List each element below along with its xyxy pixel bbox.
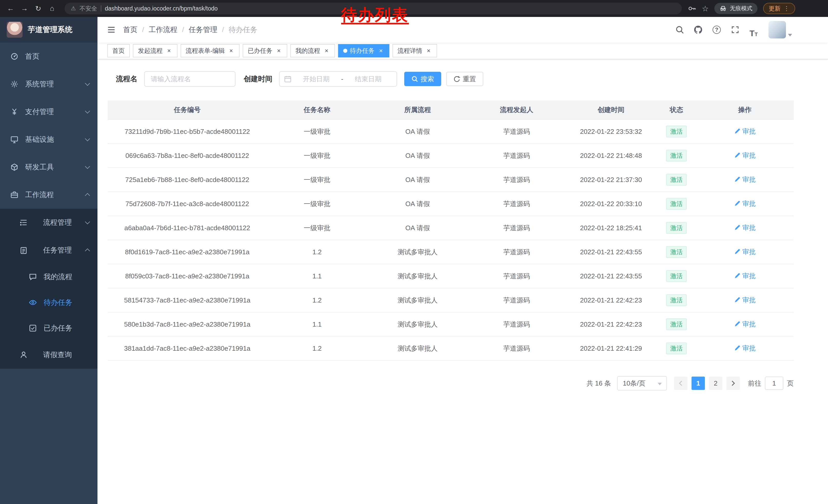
- breadcrumb-task-management[interactable]: 任务管理: [189, 25, 217, 35]
- tab-todo-tasks[interactable]: 待办任务 ×: [338, 44, 389, 57]
- sidebar-toggle-button[interactable]: [102, 21, 120, 39]
- browser-home-button[interactable]: ⌂: [46, 2, 58, 15]
- approve-link[interactable]: 审批: [734, 344, 756, 353]
- close-icon[interactable]: ×: [378, 47, 384, 54]
- avatar[interactable]: [769, 21, 786, 39]
- navbar-actions: ? TT: [672, 21, 828, 39]
- key-icon[interactable]: [688, 4, 696, 12]
- cell-task-name: 一级审批: [267, 120, 367, 144]
- browser-back-button[interactable]: ←: [4, 2, 17, 15]
- end-date-placeholder[interactable]: 结束日期: [344, 75, 392, 84]
- tab-done-tasks[interactable]: 已办任务 ×: [243, 44, 287, 57]
- chevron-down-icon: [85, 136, 90, 141]
- reset-button[interactable]: 重置: [446, 72, 483, 86]
- approve-link[interactable]: 审批: [734, 127, 756, 136]
- approve-link[interactable]: 审批: [734, 151, 756, 160]
- close-icon[interactable]: ×: [276, 47, 282, 54]
- breadcrumb-home[interactable]: 首页: [123, 25, 137, 35]
- cell-task-id: 8f0d1619-7ac8-11ec-a9e2-a2380e71991a: [108, 240, 267, 264]
- user-menu[interactable]: [769, 21, 792, 39]
- fullscreen-icon[interactable]: [728, 22, 743, 37]
- cell-create-time: 2022-01-21 22:43:55: [565, 264, 657, 288]
- approve-link[interactable]: 审批: [734, 247, 756, 256]
- browser-forward-button[interactable]: →: [18, 2, 31, 15]
- app-title: 芋道管理系统: [28, 25, 72, 35]
- font-size-icon[interactable]: TT: [746, 22, 761, 37]
- incognito-badge: 无痕模式: [714, 3, 757, 14]
- edit-pen-icon: [734, 297, 740, 303]
- prev-page-button[interactable]: [674, 377, 688, 390]
- search-icon[interactable]: [672, 22, 688, 37]
- table-row: 75d72608-7b7f-11ec-a3c8-acde48001122 一级审…: [108, 192, 794, 216]
- close-icon[interactable]: ×: [228, 47, 235, 54]
- sidebar-item-done-tasks[interactable]: 已办任务: [0, 315, 97, 341]
- caret-down-icon: [788, 34, 792, 36]
- sidebar-item-leave-query[interactable]: 请假查询: [0, 341, 97, 369]
- approve-link[interactable]: 审批: [734, 295, 756, 305]
- cell-status: 激活: [657, 192, 696, 216]
- cell-create-time: 2022-01-22 21:37:30: [565, 168, 657, 192]
- page-size-select[interactable]: 10条/页: [617, 376, 667, 391]
- app-navbar: 首页 / 工作流程 / 任务管理 / 待办任务 ? TT: [97, 17, 828, 43]
- tab-process-detail[interactable]: 流程详情 ×: [392, 44, 437, 57]
- browser-update-button[interactable]: 更新 ⋮: [763, 3, 795, 14]
- cell-process: OA 请假: [367, 192, 468, 216]
- sidebar-item-task-management[interactable]: 任务管理: [0, 236, 97, 264]
- status-badge: 激活: [666, 342, 687, 354]
- status-badge: 激活: [666, 150, 687, 162]
- browser-reload-button[interactable]: ↻: [32, 2, 45, 15]
- search-button[interactable]: 搜索: [404, 72, 441, 86]
- annotation-todo-list: 待办列表: [341, 4, 409, 26]
- next-page-button[interactable]: [727, 377, 740, 390]
- breadcrumb-workflow[interactable]: 工作流程: [149, 25, 177, 35]
- tab-home[interactable]: 首页: [107, 44, 130, 57]
- tab-start-process[interactable]: 发起流程 ×: [133, 44, 177, 57]
- pagination-total: 共 16 条: [587, 379, 611, 388]
- process-name-input[interactable]: [144, 71, 236, 87]
- page-button-1[interactable]: 1: [692, 377, 705, 390]
- sidebar-item-system[interactable]: 系统管理: [0, 70, 97, 98]
- approve-link[interactable]: 审批: [734, 199, 756, 208]
- approve-link[interactable]: 审批: [734, 223, 756, 232]
- close-icon[interactable]: ×: [323, 47, 330, 54]
- start-date-placeholder[interactable]: 开始日期: [292, 75, 340, 84]
- approve-link[interactable]: 审批: [734, 272, 756, 280]
- sidebar-item-todo-tasks[interactable]: 待办任务: [0, 290, 97, 315]
- approve-link[interactable]: 审批: [734, 320, 756, 329]
- date-range-picker[interactable]: 开始日期 - 结束日期: [279, 71, 397, 87]
- cell-task-name: 1.2: [267, 240, 367, 264]
- sidebar-item-devtools[interactable]: 研发工具: [0, 153, 97, 181]
- tab-process-form-edit[interactable]: 流程表单-编辑 ×: [180, 44, 240, 57]
- cell-task-id: 8f059c03-7ac8-11ec-a9e2-a2380e71991a: [108, 264, 267, 288]
- filter-bar: 流程名 创建时间 开始日期 - 结束日期 搜索 重置: [116, 71, 828, 87]
- sidebar-item-payment[interactable]: 支付管理: [0, 98, 97, 126]
- sidebar-item-infrastructure[interactable]: 基础设施: [0, 126, 97, 153]
- close-icon[interactable]: ×: [166, 47, 172, 54]
- sidebar-item-process-management[interactable]: 流程管理: [0, 209, 97, 236]
- goto-page-input[interactable]: [765, 377, 783, 390]
- browser-chrome: ← → ↻ ⌂ ⚠ 不安全 dashboard.yudao.iocoder.cn…: [0, 0, 828, 17]
- date-separator: -: [340, 75, 344, 83]
- cell-status: 激活: [657, 336, 696, 360]
- github-icon[interactable]: [691, 22, 706, 37]
- chat-bubble-icon: [29, 273, 37, 281]
- page-button-2[interactable]: 2: [709, 377, 722, 390]
- cell-create-time: 2022-01-22 18:25:41: [565, 216, 657, 240]
- sidebar-item-workflow[interactable]: 工作流程: [0, 181, 97, 209]
- cell-task-id: 580e1b3d-7ac8-11ec-a9e2-a2380e71991a: [108, 312, 267, 336]
- cell-actions: 审批: [696, 264, 794, 288]
- bookmark-star-icon[interactable]: ☆: [702, 4, 709, 13]
- col-status: 状态: [657, 100, 696, 120]
- browser-menu-icon[interactable]: ⋮: [784, 5, 790, 12]
- cell-actions: 审批: [696, 240, 794, 264]
- status-badge: 激活: [666, 318, 687, 330]
- close-icon[interactable]: ×: [425, 47, 432, 54]
- sidebar-item-my-processes[interactable]: 我的流程: [0, 264, 97, 290]
- col-initiator: 流程发起人: [468, 100, 565, 120]
- cell-create-time: 2022-01-21 22:41:29: [565, 336, 657, 360]
- tab-my-processes[interactable]: 我的流程 ×: [290, 44, 335, 57]
- search-icon: [411, 76, 418, 82]
- approve-link[interactable]: 审批: [734, 175, 756, 184]
- sidebar-item-home[interactable]: 首页: [0, 43, 97, 70]
- help-icon[interactable]: ?: [709, 22, 724, 37]
